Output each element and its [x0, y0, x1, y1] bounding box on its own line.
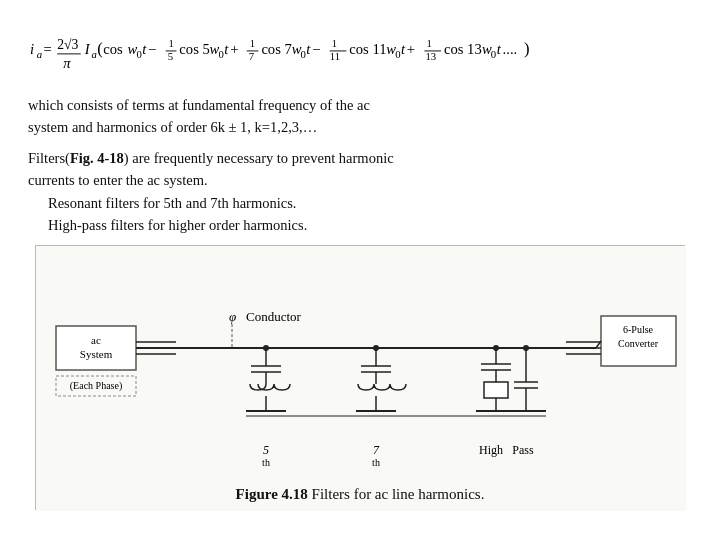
svg-text:....: ....: [503, 41, 518, 57]
svg-text:High: High: [479, 443, 503, 457]
svg-text:cos 5: cos 5: [179, 41, 209, 57]
svg-text:cos 13: cos 13: [444, 41, 482, 57]
svg-text:13: 13: [425, 50, 436, 62]
svg-text:0: 0: [300, 48, 305, 60]
figure-area: ac System (Each Phase) φ Conductor 6-Pul…: [28, 245, 692, 510]
svg-text:t: t: [142, 41, 147, 57]
svg-text:ac: ac: [91, 334, 101, 346]
svg-point-91: [263, 345, 269, 351]
svg-text:−: −: [312, 41, 320, 57]
svg-text:1: 1: [426, 37, 431, 49]
svg-rect-47: [36, 246, 686, 511]
svg-text:cos 11: cos 11: [349, 41, 386, 57]
formula-area: i a = 2√3 π I a ( cos w 0 t −: [28, 18, 692, 80]
svg-text:cos 7: cos 7: [261, 41, 291, 57]
svg-text:t: t: [497, 41, 502, 57]
svg-point-93: [493, 345, 499, 351]
svg-text:=: =: [44, 41, 52, 57]
paragraph2-line3: Resonant filters for 5th and 7th harmoni…: [48, 195, 296, 211]
svg-text:(: (: [97, 39, 103, 58]
paragraph2-figref: Fig. 4-18: [70, 150, 124, 166]
svg-text:1: 1: [250, 37, 255, 49]
svg-text:−: −: [148, 41, 156, 57]
paragraph2: Filters(Fig. 4-18) are frequently necess…: [28, 147, 692, 237]
page: i a = 2√3 π I a ( cos w 0 t −: [0, 0, 720, 520]
paragraph2-prefix: Filters(: [28, 150, 70, 166]
paragraph2-line4: High-pass filters for higher order harmo…: [48, 217, 307, 233]
figure-caption-inside: Figure 4.18 Filters for ac line harmonic…: [36, 486, 684, 503]
svg-text:7: 7: [373, 443, 380, 457]
svg-text:0: 0: [395, 48, 400, 60]
svg-text:a: a: [91, 48, 96, 60]
svg-text:t: t: [306, 41, 311, 57]
figure-caption-bold: Figure 4.18: [236, 486, 308, 502]
svg-text:0: 0: [218, 48, 223, 60]
paragraph1-line2: system and harmonics of order 6k ± 1, k=…: [28, 119, 317, 135]
svg-text:): ): [524, 39, 530, 58]
svg-text:th: th: [262, 457, 270, 468]
svg-text:Conductor: Conductor: [246, 309, 302, 324]
svg-text:Converter: Converter: [618, 338, 659, 349]
figure-caption-text: Filters for ac line harmonics.: [308, 486, 485, 502]
svg-text:7: 7: [249, 50, 255, 62]
svg-text:2√3: 2√3: [57, 37, 78, 52]
svg-text:0: 0: [491, 48, 496, 60]
svg-text:0: 0: [136, 48, 141, 60]
svg-text:1: 1: [332, 37, 337, 49]
svg-rect-81: [484, 382, 508, 398]
paragraph2-suffix: ) are frequently necessary to prevent ha…: [124, 150, 394, 166]
svg-text:11: 11: [330, 50, 340, 62]
svg-text:π: π: [63, 55, 71, 71]
svg-text:Pass: Pass: [512, 443, 534, 457]
svg-point-94: [523, 345, 529, 351]
svg-point-92: [373, 345, 379, 351]
formula-svg: i a = 2√3 π I a ( cos w 0 t −: [28, 18, 692, 80]
circuit-diagram: ac System (Each Phase) φ Conductor 6-Pul…: [36, 246, 686, 511]
svg-text:th: th: [372, 457, 380, 468]
paragraph1: which consists of terms at fundamental f…: [28, 94, 692, 139]
svg-text:i: i: [30, 41, 34, 57]
svg-text:5: 5: [263, 443, 269, 457]
svg-text:φ: φ: [229, 309, 236, 324]
svg-text:I: I: [84, 41, 91, 57]
svg-text:+: +: [230, 41, 238, 57]
svg-text:t: t: [401, 41, 406, 57]
svg-text:t: t: [224, 41, 229, 57]
figure-box: ac System (Each Phase) φ Conductor 6-Pul…: [35, 245, 685, 510]
svg-text:5: 5: [168, 50, 173, 62]
paragraph1-line1: which consists of terms at fundamental f…: [28, 97, 370, 113]
paragraph2-line2: currents to enter the ac system.: [28, 172, 208, 188]
svg-text:(Each Phase): (Each Phase): [70, 380, 122, 392]
svg-text:System: System: [80, 348, 113, 360]
svg-text:cos: cos: [103, 41, 123, 57]
svg-text:+: +: [407, 41, 415, 57]
svg-text:6-Pulse: 6-Pulse: [623, 324, 654, 335]
svg-text:1: 1: [169, 37, 174, 49]
svg-text:a: a: [37, 48, 42, 60]
